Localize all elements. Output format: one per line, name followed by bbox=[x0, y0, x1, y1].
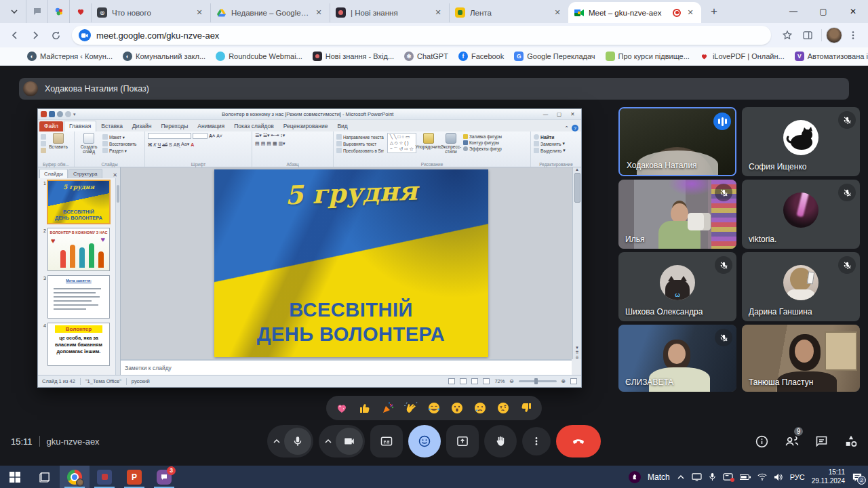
reactions-button[interactable] bbox=[408, 425, 441, 458]
ppt-notes-panel[interactable]: Заметки к слайду bbox=[121, 359, 572, 375]
end-call-button[interactable] bbox=[556, 425, 601, 458]
reaction-sad-button[interactable] bbox=[473, 401, 488, 415]
bold-button[interactable]: Ж bbox=[148, 142, 152, 147]
ppt-tab-design[interactable]: Дизайн bbox=[127, 121, 157, 131]
zoom-slider-knob[interactable] bbox=[534, 378, 538, 384]
shape-fill-button[interactable]: Заливка фигуры bbox=[463, 134, 508, 139]
task-view-button[interactable] bbox=[30, 466, 60, 488]
bookmark-star-button[interactable] bbox=[778, 26, 797, 45]
justify-button[interactable]: ▦ bbox=[273, 141, 277, 146]
pinned-tab-chat[interactable] bbox=[26, 0, 47, 23]
reaction-thinking-button[interactable] bbox=[496, 401, 511, 415]
select-button[interactable]: Выделить ▾ bbox=[534, 148, 566, 153]
forward-button[interactable] bbox=[26, 26, 45, 45]
side-panel-button[interactable] bbox=[798, 26, 817, 45]
undo-icon[interactable] bbox=[57, 111, 63, 117]
bookmark-ilovepdf[interactable]: iLovePDF | Онлайн... bbox=[700, 52, 785, 61]
zoom-out-button[interactable]: ⊖ bbox=[509, 378, 513, 384]
captions-button[interactable] bbox=[370, 425, 403, 458]
participant-tile-sofia[interactable]: София Ищенко bbox=[742, 107, 860, 176]
participant-tile-tanyusha[interactable]: Танюша Пластун bbox=[742, 325, 860, 392]
tab-close-icon[interactable]: ✕ bbox=[313, 7, 324, 18]
strikethrough-button[interactable]: аб bbox=[162, 142, 167, 147]
activities-button[interactable] bbox=[844, 434, 859, 449]
pane-tab-slides[interactable]: Слайды bbox=[39, 169, 68, 178]
line-spacing-button[interactable]: ↕▾ bbox=[280, 133, 285, 138]
text-direction-button[interactable]: Направление текста bbox=[336, 134, 385, 140]
shared-powerpoint-window[interactable]: ▾ Волонтер в кожному з нас [Режим совмес… bbox=[37, 108, 582, 388]
normal-view-button[interactable] bbox=[448, 378, 455, 384]
arrange-button[interactable]: Упорядочить bbox=[418, 133, 439, 149]
maximize-button[interactable]: ▢ bbox=[808, 0, 838, 23]
bookmark-novi-znannya[interactable]: Нові знання - Вхід... bbox=[313, 52, 394, 61]
pinned-tab-ilovepdf[interactable] bbox=[69, 0, 91, 23]
section-button[interactable]: Раздел ▾ bbox=[102, 148, 136, 153]
taskbar-media-app[interactable] bbox=[90, 466, 119, 488]
underline-button[interactable]: Ч bbox=[157, 142, 161, 147]
tab-close-icon[interactable]: ✕ bbox=[552, 7, 563, 18]
slide-thumbnail-4[interactable]: Волонтер це особа, яка за власним бажанн… bbox=[47, 323, 110, 366]
scroll-up-icon[interactable]: ▲ bbox=[575, 167, 579, 171]
present-button[interactable] bbox=[446, 425, 479, 458]
redo-icon[interactable] bbox=[65, 111, 71, 117]
minimize-button[interactable]: — bbox=[778, 0, 808, 23]
help-icon[interactable]: ? bbox=[572, 125, 578, 131]
match-label[interactable]: Match bbox=[648, 472, 670, 482]
ppt-tab-home[interactable]: Главная bbox=[64, 121, 96, 131]
format-painter-icon[interactable] bbox=[41, 148, 46, 153]
sorter-view-button[interactable] bbox=[460, 378, 467, 384]
find-button[interactable]: Найти bbox=[534, 134, 566, 140]
slide-thumbnail-3[interactable]: Мета заняття: bbox=[47, 275, 110, 319]
new-slide-button[interactable]: Создать слайд bbox=[77, 133, 100, 154]
taskbar-viber[interactable]: 3 bbox=[149, 466, 179, 488]
volume-icon[interactable] bbox=[774, 473, 783, 481]
omnibox[interactable]: meet.google.com/gku-nzve-aex bbox=[72, 26, 771, 45]
align-center-button[interactable]: ▤ bbox=[261, 141, 266, 146]
slide-scrollbar[interactable]: ▲ ▼ ⇈ ⇊ bbox=[572, 167, 581, 359]
align-text-button[interactable]: Выровнять текст bbox=[336, 141, 385, 146]
tab-novi-znannya[interactable]: | Нові знання ✕ bbox=[330, 3, 449, 22]
reset-button[interactable]: Восстановить bbox=[102, 141, 136, 146]
fit-to-window-button[interactable] bbox=[570, 378, 577, 384]
ppt-tab-animation[interactable]: Анимация bbox=[193, 121, 229, 131]
reaction-surprised-button[interactable] bbox=[450, 401, 465, 415]
reading-view-button[interactable] bbox=[471, 378, 478, 384]
profile-avatar[interactable] bbox=[826, 27, 842, 43]
bookmark-translate[interactable]: GGoogle Перекладач bbox=[514, 52, 595, 61]
menu-button[interactable] bbox=[844, 26, 863, 45]
tab-close-icon[interactable]: ✕ bbox=[685, 7, 696, 18]
back-button[interactable] bbox=[5, 26, 24, 45]
pane-tab-outline[interactable]: Структура bbox=[68, 169, 102, 178]
bookmark-komunalnyi[interactable]: ◐Комунальний закл... bbox=[123, 52, 205, 61]
more-options-button[interactable] bbox=[522, 427, 551, 455]
chat-button[interactable] bbox=[814, 434, 829, 449]
tab-close-icon[interactable]: ✕ bbox=[194, 7, 205, 18]
copy-icon[interactable] bbox=[41, 141, 46, 146]
participants-button[interactable]: 9 bbox=[784, 434, 800, 449]
font-size-box[interactable] bbox=[193, 133, 208, 139]
reaction-party-button[interactable] bbox=[380, 401, 395, 415]
indent-buttons[interactable]: ⇤⇥ bbox=[271, 133, 279, 138]
slide-thumbnail-1[interactable]: 5 грудня ВСЕСВІТНІЙДЕНЬ ВОЛОНТЕРА bbox=[47, 180, 110, 224]
zoom-in-button[interactable]: ⊕ bbox=[561, 378, 566, 384]
shrink-font-button[interactable]: A˅ bbox=[216, 134, 222, 138]
participant-tile-ilya[interactable]: Илья bbox=[618, 180, 736, 249]
save-icon[interactable] bbox=[49, 111, 55, 117]
grow-font-button[interactable]: A˄ bbox=[209, 134, 215, 138]
change-case-button[interactable]: Аа▾ bbox=[181, 142, 189, 147]
slideshow-view-button[interactable] bbox=[483, 378, 490, 384]
shadow-button[interactable]: S bbox=[169, 142, 172, 147]
premier-league-icon[interactable] bbox=[629, 471, 641, 483]
bookmark-chatgpt[interactable]: ✻ChatGPT bbox=[404, 52, 448, 61]
bookmark-avtomatyzovana[interactable]: VАвтоматизована ін... bbox=[795, 52, 868, 61]
shape-outline-button[interactable]: Контур фигуры bbox=[463, 140, 508, 145]
reaction-thumbs-down-button[interactable] bbox=[519, 401, 534, 415]
pane-scrollbar[interactable] bbox=[115, 178, 120, 375]
font-color-button[interactable]: А bbox=[191, 142, 194, 147]
tab-close-icon[interactable]: ✕ bbox=[433, 7, 443, 18]
start-button[interactable] bbox=[0, 466, 30, 488]
columns-button[interactable]: ▥▾ bbox=[279, 141, 285, 146]
align-left-button[interactable]: ▤ bbox=[255, 141, 260, 146]
tab-meet-active[interactable]: Meet – gku-nzve-aex ✕ bbox=[568, 2, 701, 23]
reload-button[interactable] bbox=[46, 26, 65, 45]
